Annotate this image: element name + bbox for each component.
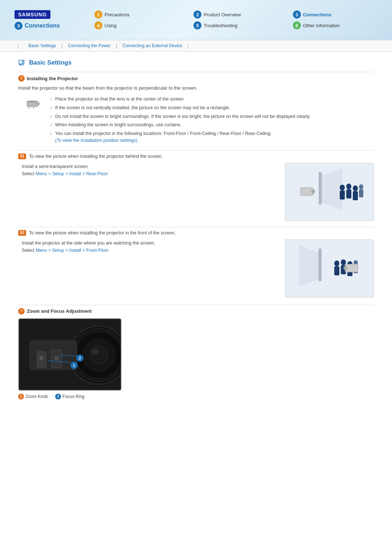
front-floor-diagram <box>291 243 368 294</box>
zoom-knob-label: 1 Zoom Knob <box>18 394 48 399</box>
step-02-header: 02 To view the picture when installing t… <box>18 230 374 236</box>
nav-using[interactable]: 4 Using <box>94 21 179 29</box>
connections-badge: 3 Connections <box>15 22 60 30</box>
breadcrumb-separator-end: | <box>185 43 189 48</box>
breadcrumb-connecting-power[interactable]: Connecting the Power <box>68 43 111 48</box>
projector-icon <box>26 97 42 110</box>
step-02-body1: Install the projector at the side where … <box>22 239 274 247</box>
svg-point-23 <box>359 184 363 189</box>
svg-rect-15 <box>322 174 322 203</box>
step-02-menu-path[interactable]: Menu > Setup > Install > Front-Floor <box>36 248 109 253</box>
nav-label-using: Using <box>105 23 117 28</box>
nav-troubleshooting[interactable]: 5 Troubleshooting <box>193 21 278 29</box>
svg-point-47 <box>91 349 99 354</box>
bullet-2: If the screen is not vertically installe… <box>50 104 311 111</box>
bullet-4: When installing the screen in bright sur… <box>50 122 311 128</box>
svg-point-52 <box>54 356 59 361</box>
nav-num-1: 1 <box>94 11 102 19</box>
svg-point-40 <box>343 266 347 270</box>
breadcrumb-connecting-external[interactable]: Connecting an External Device <box>123 43 183 48</box>
connections-label: Connections <box>25 22 60 29</box>
focus-ring-num: 2 <box>55 394 61 399</box>
nav-label-troubleshooting: Troubleshooting <box>204 23 237 28</box>
svg-line-10 <box>40 100 42 102</box>
step-01-image <box>285 163 374 221</box>
svg-line-12 <box>40 106 42 107</box>
nav-label-other: Other Information <box>303 23 340 28</box>
step-01-content: Install a semi-transparent screen. Selec… <box>22 163 374 221</box>
nav-other[interactable]: 6 Other Information <box>293 21 377 29</box>
breadcrumb-basic-settings[interactable]: Basic Settings <box>28 43 56 48</box>
zoom-knob-num: 1 <box>18 394 24 399</box>
breadcrumb-sep-2: | <box>114 43 119 48</box>
main-content: Basic Settings ? Installing the Projecto… <box>0 52 392 418</box>
nav-num-4: 4 <box>94 21 102 29</box>
subsection-zoom-title: ? Zoom and Focus Adjustment <box>18 308 374 315</box>
installing-title-text: Installing the Projector <box>27 76 78 81</box>
step-01-menu-path[interactable]: Menu > Setup > Install > Rear-Floor <box>36 171 108 176</box>
step-02-image <box>285 239 374 297</box>
svg-point-50 <box>39 356 44 360</box>
nav-connections[interactable]: 3 Connections <box>293 11 377 19</box>
section-title-text: Basic Settings <box>29 59 72 66</box>
step-01-body1: Install a semi-transparent screen. <box>22 163 274 170</box>
svg-point-19 <box>346 184 351 189</box>
focus-ring-text: Focus Ring <box>62 394 85 399</box>
svg-point-26 <box>311 190 315 193</box>
step-01-num: 01 <box>18 153 26 159</box>
installing-badge: ? <box>18 75 25 82</box>
installing-content: Place the projector so that the lens is … <box>25 96 374 146</box>
svg-rect-7 <box>28 101 35 102</box>
nav-num-3: 3 <box>293 11 301 19</box>
installing-intro: Install the projector so that the beam f… <box>18 85 374 91</box>
svg-text:1: 1 <box>73 363 75 368</box>
step-02-menu: Select Menu > Setup > Install > Front-Fl… <box>22 247 274 254</box>
svg-point-21 <box>353 185 358 191</box>
nav-label-precautions: Precautions <box>105 12 130 17</box>
nav-num-2: 2 <box>193 11 201 19</box>
breadcrumb: | Basic Settings | Connecting the Power … <box>0 40 392 52</box>
installation-position-link[interactable]: (To view the installation position setti… <box>55 138 138 143</box>
step-02-num: 02 <box>18 230 26 236</box>
bullet-3: Do not install the screen in bright surr… <box>50 113 311 120</box>
zoom-badge: ? <box>18 308 25 315</box>
step-02-content: Install the projector at the side where … <box>22 239 374 297</box>
nav-product-overview[interactable]: 2 Product Overview <box>193 11 278 19</box>
nav-precautions[interactable]: 1 Precautions <box>94 11 179 19</box>
svg-rect-20 <box>346 189 351 198</box>
svg-text:2: 2 <box>79 356 81 360</box>
breadcrumb-sep-1: | <box>59 43 65 48</box>
bullet-1: Place the projector so that the lens is … <box>50 96 311 103</box>
zoom-title-text: Zoom and Focus Adjustment <box>27 308 92 314</box>
step-02-description: Install the projector at the side where … <box>22 239 274 297</box>
zoom-section: ? Zoom and Focus Adjustment <box>18 305 374 399</box>
focus-ring-label: 2 Focus Ring <box>55 394 85 399</box>
step-01-header: 01 To view the picture when installing t… <box>18 153 374 159</box>
svg-point-17 <box>340 185 345 190</box>
nav-label-product-overview: Product Overview <box>204 12 241 17</box>
svg-rect-29 <box>318 250 319 279</box>
svg-rect-22 <box>353 191 358 200</box>
bullet-5: You can install the projector in the fol… <box>50 130 311 144</box>
breadcrumb-separator-0: | <box>17 43 19 48</box>
svg-point-31 <box>334 260 339 266</box>
step-02-row: 02 To view the picture when installing t… <box>18 227 374 297</box>
nav-grid: 1 Precautions 2 Product Overview 3 Conne… <box>94 11 377 29</box>
section-title-basic-settings: Basic Settings <box>18 59 374 67</box>
zoom-lens-diagram: 1 2 <box>19 319 122 391</box>
svg-marker-16 <box>322 168 342 210</box>
subsection-installing-title: ? Installing the Projector <box>18 75 374 82</box>
subsection-installing: ? Installing the Projector Install the p… <box>18 72 374 146</box>
step-01-text: To view the picture when installing the … <box>29 154 163 159</box>
header-left: SAMSUNG 3 Connections <box>15 10 73 30</box>
step-02-text: To view the picture when installing the … <box>29 230 176 235</box>
zoom-knob-text: Zoom Knob <box>25 394 48 399</box>
nav-num-5: 5 <box>193 21 201 29</box>
step-01-row: 01 To view the picture when installing t… <box>18 150 374 221</box>
svg-point-45 <box>90 346 108 364</box>
connections-num: 3 <box>15 22 23 30</box>
basic-settings-icon <box>18 59 26 67</box>
step-01-description: Install a semi-transparent screen. Selec… <box>22 163 274 221</box>
zoom-image: 1 2 <box>18 318 122 391</box>
projector-icon-box <box>25 96 43 146</box>
